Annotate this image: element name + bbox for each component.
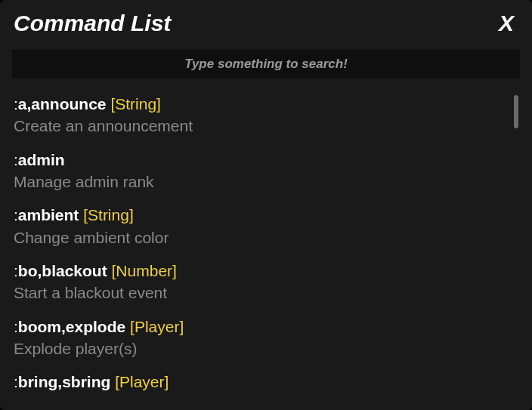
search-bar[interactable]: [12, 50, 520, 79]
command-name: bring,sbring: [18, 373, 111, 390]
window-title: Command List: [14, 11, 171, 36]
command-header: :admin: [14, 150, 509, 170]
command-arg: [Player]: [115, 373, 169, 390]
command-arg: [String]: [110, 95, 161, 113]
command-arg: [Number]: [112, 262, 177, 279]
command-header: :bring,sbring [Player]: [14, 371, 509, 392]
command-list-container: :a,announce [String]Create an announceme…: [11, 94, 521, 410]
command-arg: [String]: [83, 206, 134, 223]
command-header: :a,announce [String]: [14, 94, 509, 114]
command-name: a,announce: [18, 95, 107, 113]
command-item[interactable]: :adminManage admin rank: [11, 150, 509, 193]
command-item[interactable]: :bo,blackout [Number]Start a blackout ev…: [11, 260, 509, 304]
search-input[interactable]: [20, 57, 512, 72]
command-header: :boom,explode [Player]: [14, 316, 509, 337]
command-list-window: Command List X :a,announce [String]Creat…: [0, 0, 532, 410]
scrollbar-thumb[interactable]: [514, 95, 518, 128]
titlebar: Command List X: [6, 5, 526, 47]
command-arg: [Player]: [130, 318, 184, 335]
command-description: Change ambient color: [14, 227, 509, 248]
close-button[interactable]: X: [499, 11, 518, 36]
command-header: :ambient [String]: [14, 205, 509, 225]
command-item[interactable]: :a,announce [String]Create an announceme…: [11, 94, 509, 137]
command-item[interactable]: :ambient [String]Change ambient color: [11, 205, 509, 248]
command-name: ambient: [18, 206, 79, 223]
command-name: bo,blackout: [18, 262, 107, 279]
command-name: admin: [18, 151, 65, 168]
command-header: :bo,blackout [Number]: [14, 260, 509, 281]
command-description: Start a blackout event: [14, 282, 509, 304]
command-description: Explode player(s): [14, 338, 509, 359]
command-list[interactable]: :a,announce [String]Create an announceme…: [11, 94, 521, 410]
command-description: Create an announcement: [14, 116, 509, 137]
command-item[interactable]: :boom,explode [Player]Explode player(s): [11, 316, 509, 360]
command-item[interactable]: :bring,sbring [Player]: [11, 371, 509, 392]
command-name: boom,explode: [18, 318, 125, 335]
command-description: Manage admin rank: [14, 171, 509, 193]
